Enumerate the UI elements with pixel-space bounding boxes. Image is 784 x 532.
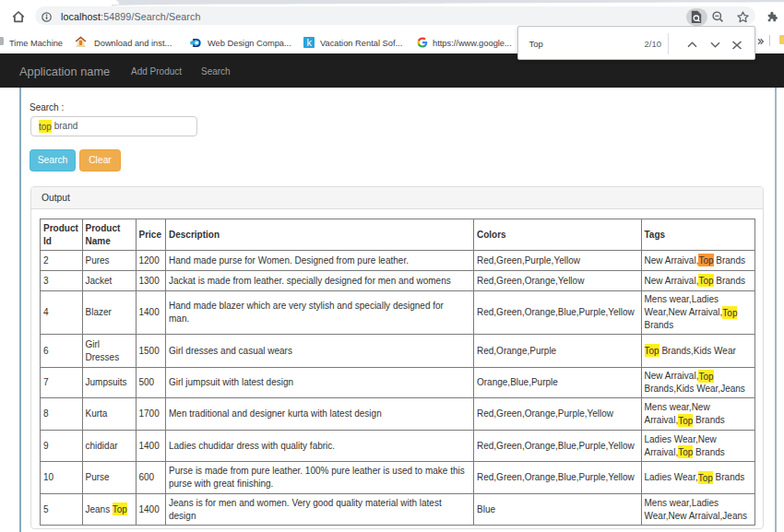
- svg-text:k: k: [306, 37, 312, 48]
